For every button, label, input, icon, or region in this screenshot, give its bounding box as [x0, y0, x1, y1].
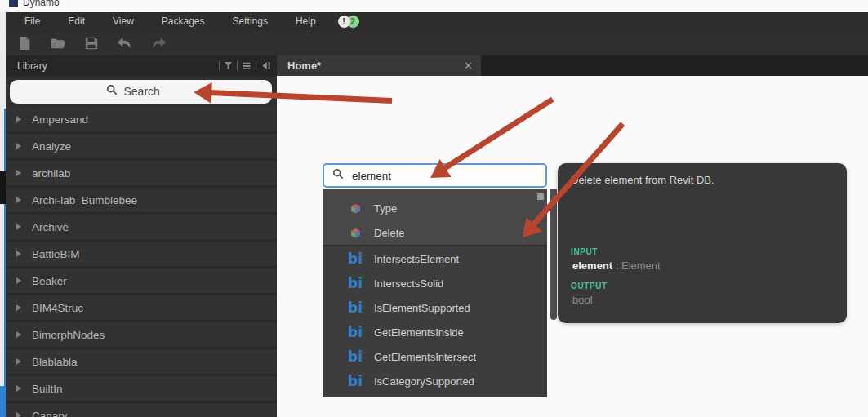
tooltip-output-value: bool	[572, 294, 661, 306]
geometry-icon	[347, 228, 363, 238]
workspace-canvas[interactable]: Type Delete bi IntersectsElement bi Inte…	[277, 76, 868, 417]
toolbar	[6, 31, 868, 55]
window-title: Dynamo	[23, 0, 60, 8]
library-panel: Library Ampersand Analyze archilab Archi…	[6, 55, 277, 417]
bimorph-icon: bi	[347, 252, 363, 266]
expander-triangle-icon[interactable]	[16, 170, 21, 176]
menu-edit[interactable]: Edit	[54, 12, 99, 31]
notification-area[interactable]: ! 2	[338, 16, 359, 28]
close-icon[interactable]: ✕	[464, 60, 473, 72]
library-header: Library	[6, 55, 277, 76]
tooltip-input-type: : Element	[616, 260, 661, 272]
tab-home-label: Home*	[287, 60, 464, 72]
library-search-input[interactable]	[124, 85, 176, 98]
tooltip-input-label: INPUT	[571, 247, 661, 256]
new-file-icon[interactable]	[16, 34, 33, 52]
menu-bar: File Edit View Packages Settings Help ! …	[6, 12, 868, 31]
background-window-dark-segment	[0, 171, 6, 204]
search-icon	[106, 84, 118, 99]
scrollbar-thumb[interactable]	[537, 193, 544, 200]
results-top-group: Type Delete	[323, 189, 547, 245]
expander-triangle-icon[interactable]	[16, 116, 21, 122]
bimorph-icon: bi	[347, 301, 363, 315]
library-item-builtin[interactable]: BuiltIn	[6, 376, 277, 403]
expander-triangle-icon[interactable]	[16, 331, 21, 338]
save-icon[interactable]	[82, 34, 100, 52]
library-item-bimorphnodes[interactable]: BimorphNodes	[6, 322, 277, 349]
library-item-archi-lab-bumblebee[interactable]: Archi-lab_Bumblebee	[6, 188, 277, 215]
library-item-analyze[interactable]: Analyze	[6, 134, 277, 161]
tooltip-input-name: element	[572, 260, 612, 272]
search-icon	[332, 168, 344, 183]
expander-triangle-icon[interactable]	[16, 197, 21, 203]
library-item-blablabla[interactable]: Blablabla	[6, 349, 277, 376]
result-intersectssolid[interactable]: bi IntersectsSolid	[323, 271, 547, 295]
expander-triangle-icon[interactable]	[16, 277, 21, 284]
result-getelementsintersect[interactable]: bi GetElementsIntersect	[323, 344, 547, 369]
tab-home[interactable]: Home* ✕	[277, 55, 481, 76]
menu-settings[interactable]: Settings	[219, 12, 282, 31]
bimorph-icon: bi	[347, 277, 363, 291]
library-item-archive[interactable]: Archive	[6, 215, 277, 242]
bimorph-icon: bi	[347, 375, 363, 388]
library-title: Library	[17, 60, 219, 72]
workspace-tab-bar: Home* ✕	[277, 55, 868, 76]
divider	[256, 61, 256, 70]
library-item-ampersand[interactable]: Ampersand	[6, 107, 277, 134]
result-delete[interactable]: Delete	[323, 220, 547, 245]
result-iselementsupported[interactable]: bi IsElementSupported	[323, 295, 547, 320]
collapse-panel-icon[interactable]	[260, 59, 270, 73]
menu-view[interactable]: View	[99, 12, 148, 31]
result-getelementsinside[interactable]: bi GetElementsInside	[323, 320, 547, 344]
library-item-archilab[interactable]: archilab	[6, 161, 277, 188]
expander-triangle-icon[interactable]	[16, 358, 21, 365]
result-iscategorysupported[interactable]: bi IsCategorySupported	[323, 369, 547, 393]
filter-icon[interactable]	[224, 59, 233, 73]
alert-icon[interactable]: !	[338, 16, 350, 28]
node-tooltip: Delete element from Revit DB. INPUT elem…	[558, 163, 847, 323]
expander-triangle-icon[interactable]	[16, 251, 21, 257]
bimorph-icon: bi	[347, 326, 363, 339]
expander-triangle-icon[interactable]	[16, 143, 21, 149]
node-search-results: Type Delete bi IntersectsElement bi Inte…	[323, 189, 547, 397]
tooltip-description: Delete element from Revit DB.	[571, 174, 834, 186]
library-item-battlebim[interactable]: BattleBIM	[6, 242, 277, 268]
library-item-beaker[interactable]: Beaker	[6, 268, 277, 295]
window-titlebar: Dynamo	[0, 0, 868, 12]
list-view-icon[interactable]	[242, 59, 251, 73]
background-window-sliver	[0, 12, 6, 417]
divider	[219, 61, 220, 70]
tooltip-output-label: OUTPUT	[571, 282, 661, 291]
divider	[237, 61, 238, 70]
background-window-blue-segment	[0, 386, 6, 417]
library-item-bim4struc[interactable]: BIM4Struc	[6, 295, 277, 322]
redo-icon[interactable]	[149, 34, 167, 52]
expander-triangle-icon[interactable]	[16, 412, 21, 417]
geometry-icon	[347, 203, 363, 214]
result-type[interactable]: Type	[323, 196, 547, 220]
expander-triangle-icon[interactable]	[16, 304, 21, 311]
menu-packages[interactable]: Packages	[148, 12, 219, 31]
undo-icon[interactable]	[116, 34, 134, 52]
expander-triangle-icon[interactable]	[16, 385, 21, 392]
library-item-canary[interactable]: Canary	[6, 403, 277, 417]
expander-triangle-icon[interactable]	[16, 224, 21, 230]
open-file-icon[interactable]	[49, 34, 67, 52]
dynamo-logo-icon	[9, 0, 18, 7]
menu-file[interactable]: File	[11, 12, 54, 31]
bimorph-icon: bi	[347, 350, 363, 364]
result-intersectselement[interactable]: bi IntersectsElement	[323, 246, 547, 271]
menu-help[interactable]: Help	[282, 12, 330, 31]
